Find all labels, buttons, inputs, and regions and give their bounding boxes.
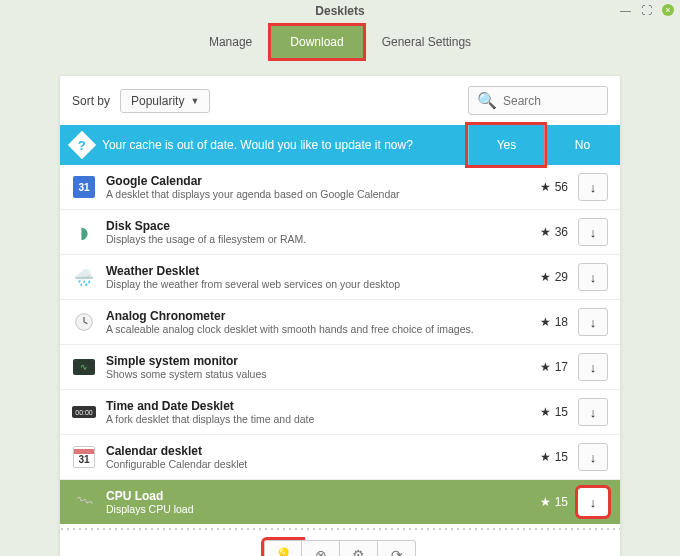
search-box[interactable]: 🔍 (468, 86, 608, 115)
lightbulb-icon: 💡 (275, 547, 292, 556)
list-item[interactable]: ∿ Simple system monitor Shows some syste… (60, 345, 620, 390)
search-icon: 🔍 (477, 91, 497, 110)
tab-manage[interactable]: Manage (190, 26, 271, 58)
star-count: ★56 (526, 180, 568, 194)
list-item[interactable]: ◗ Disk Space Displays the usage of a fil… (60, 210, 620, 255)
item-title: Calendar desklet (106, 444, 516, 458)
refresh-button[interactable]: ⟳ (378, 540, 416, 556)
star-icon: ★ (540, 405, 551, 419)
star-count: ★17 (526, 360, 568, 374)
download-button[interactable]: ↓ (578, 173, 608, 201)
weather-icon: 🌧️ (72, 265, 96, 289)
cache-banner: ? Your cache is out of date. Would you l… (60, 125, 620, 165)
list-item[interactable]: 31 Calendar desklet Configurable Calenda… (60, 435, 620, 480)
download-icon: ↓ (590, 270, 597, 285)
list-item[interactable]: 🌧️ Weather Desklet Display the weather f… (60, 255, 620, 300)
sort-row: Sort by Popularity ▼ 🔍 (60, 76, 620, 125)
item-title: Weather Desklet (106, 264, 516, 278)
download-icon: ↓ (590, 225, 597, 240)
star-icon: ★ (540, 225, 551, 239)
download-button[interactable]: ↓ (578, 443, 608, 471)
tab-download[interactable]: Download (271, 26, 362, 58)
star-icon: ★ (540, 180, 551, 194)
star-count: ★15 (526, 450, 568, 464)
titlebar: Desklets — ⛶ × (0, 0, 680, 22)
download-icon: ↓ (590, 360, 597, 375)
star-icon: ★ (540, 495, 551, 509)
download-button[interactable]: ↓ (578, 218, 608, 246)
star-icon: ★ (540, 315, 551, 329)
search-input[interactable] (503, 94, 599, 108)
download-button[interactable]: ↓ (578, 398, 608, 426)
disk-space-icon: ◗ (72, 220, 96, 244)
item-desc: Configurable Calendar desklet (106, 458, 516, 470)
banner-no-button[interactable]: No (544, 125, 620, 165)
star-icon: ★ (540, 450, 551, 464)
star-count: ★15 (526, 405, 568, 419)
desklet-list: 31 Google Calendar A desklet that displa… (60, 165, 620, 524)
window-title: Desklets (315, 4, 364, 18)
download-button[interactable]: ↓ (578, 353, 608, 381)
star-icon: ★ (540, 270, 551, 284)
item-title: Disk Space (106, 219, 516, 233)
close-button[interactable]: × (662, 4, 674, 16)
system-monitor-icon: ∿ (72, 355, 96, 379)
item-desc: A fork desklet that displays the time an… (106, 413, 516, 425)
star-count: ★18 (526, 315, 568, 329)
uninstall-button[interactable]: ⊗ (302, 540, 340, 556)
question-icon: ? (68, 131, 96, 159)
item-title: Time and Date Desklet (106, 399, 516, 413)
star-count: ★29 (526, 270, 568, 284)
sort-label: Sort by (72, 94, 110, 108)
sort-value: Popularity (131, 94, 184, 108)
about-button[interactable]: 💡 (264, 540, 302, 556)
banner-message: Your cache is out of date. Would you lik… (102, 138, 413, 152)
list-item[interactable]: 00:00 Time and Date Desklet A fork deskl… (60, 390, 620, 435)
item-desc: Display the weather from several web ser… (106, 278, 516, 290)
item-desc: A desklet that displays your agenda base… (106, 188, 516, 200)
sort-dropdown[interactable]: Popularity ▼ (120, 89, 210, 113)
star-count: ★36 (526, 225, 568, 239)
download-button[interactable]: ↓ (578, 308, 608, 336)
star-count: ★15 (526, 495, 568, 509)
item-title: Google Calendar (106, 174, 516, 188)
maximize-button[interactable]: ⛶ (641, 4, 652, 16)
item-title: CPU Load (106, 489, 516, 503)
item-title: Simple system monitor (106, 354, 516, 368)
tab-bar: Manage Download General Settings (0, 26, 680, 58)
gear-icon: ⚙ (352, 547, 365, 556)
download-button[interactable]: ↓ (578, 263, 608, 291)
tab-general-settings[interactable]: General Settings (363, 26, 490, 58)
item-desc: Shows some system status values (106, 368, 516, 380)
separator (60, 524, 620, 534)
google-calendar-icon: 31 (72, 175, 96, 199)
list-item[interactable]: 31 Google Calendar A desklet that displa… (60, 165, 620, 210)
remove-icon: ⊗ (315, 547, 327, 556)
minimize-button[interactable]: — (620, 4, 631, 16)
download-icon: ↓ (590, 495, 597, 510)
cpu-load-icon: 〰 (69, 487, 100, 518)
item-desc: A scaleable analog clock desklet with sm… (106, 323, 516, 335)
item-title: Analog Chronometer (106, 309, 516, 323)
window-controls: — ⛶ × (620, 4, 674, 16)
download-icon: ↓ (590, 450, 597, 465)
list-item[interactable]: Analog Chronometer A scaleable analog cl… (60, 300, 620, 345)
bottom-toolbar: 💡 ⊗ ⚙ ⟳ (60, 534, 620, 556)
star-icon: ★ (540, 360, 551, 374)
item-desc: Displays the usage of a filesystem or RA… (106, 233, 516, 245)
configure-button[interactable]: ⚙ (340, 540, 378, 556)
download-icon: ↓ (590, 315, 597, 330)
chevron-down-icon: ▼ (190, 96, 199, 106)
content-panel: Sort by Popularity ▼ 🔍 ? Your cache is o… (60, 76, 620, 556)
download-icon: ↓ (590, 405, 597, 420)
calendar-icon: 31 (72, 445, 96, 469)
refresh-icon: ⟳ (391, 547, 403, 556)
banner-yes-button[interactable]: Yes (468, 125, 544, 165)
analog-clock-icon (72, 310, 96, 334)
list-item-selected[interactable]: 〰 CPU Load Displays CPU load ★15 ↓ (60, 480, 620, 524)
download-icon: ↓ (590, 180, 597, 195)
time-date-icon: 00:00 (72, 400, 96, 424)
item-desc: Displays CPU load (106, 503, 516, 515)
download-button[interactable]: ↓ (578, 488, 608, 516)
